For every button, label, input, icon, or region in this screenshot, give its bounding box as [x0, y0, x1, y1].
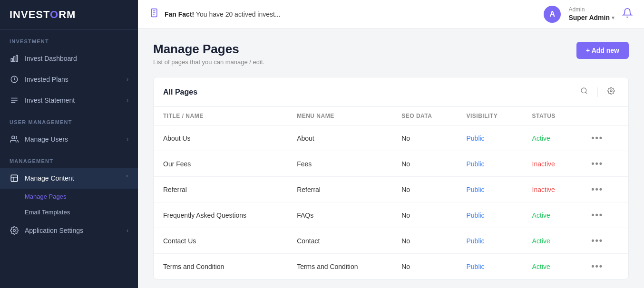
sidebar-item-invest-dashboard[interactable]: Invest Dashboard	[0, 48, 138, 69]
table-row: Frequently Asked Questions FAQs No Publi…	[154, 202, 628, 228]
manage-pages-label: Manage Pages	[25, 193, 66, 200]
cell-seo-data: No	[392, 228, 457, 254]
cell-title: Frequently Asked Questions	[154, 202, 287, 228]
svg-point-14	[581, 88, 586, 93]
more-actions-button[interactable]: •••	[587, 209, 607, 221]
more-actions-button[interactable]: •••	[587, 260, 607, 272]
users-icon	[10, 134, 19, 144]
sidebar: INVESTORM INVESTMENT Invest Dashboard In…	[0, 0, 138, 288]
sidebar-item-invested-plans[interactable]: Invested Plans ›	[0, 69, 138, 90]
statement-icon	[10, 96, 19, 105]
email-templates-label: Email Templates	[25, 209, 70, 216]
invested-plans-label: Invested Plans	[25, 76, 68, 83]
topbar: Fan Fact! You have 20 actived invest... …	[138, 0, 644, 29]
chevron-down-icon: ▾	[612, 14, 615, 21]
settings-button[interactable]	[604, 85, 619, 99]
table-row: Referral Referral No Public Inactive •••	[154, 177, 628, 202]
svg-point-7	[12, 136, 15, 139]
invest-statement-label: Invest Statement	[25, 96, 75, 104]
cell-visibility: Public	[457, 254, 522, 279]
avatar: A	[544, 6, 561, 23]
table-row: Terms and Condition Terms and Condition …	[154, 254, 628, 279]
cell-more-actions: •••	[578, 177, 628, 202]
sidebar-logo: INVESTORM	[0, 0, 138, 30]
cell-status: Inactive	[523, 177, 578, 202]
page-subtitle: List of pages that you can manage / edit…	[153, 58, 264, 66]
cell-more-actions: •••	[578, 228, 628, 254]
svg-point-16	[610, 90, 612, 92]
table-action-buttons	[576, 85, 619, 99]
page-header: Manage Pages List of pages that you can …	[153, 42, 629, 66]
col-seo-data: SEO Data	[392, 107, 457, 125]
user-info: Admin Super Admin ▾	[568, 6, 615, 22]
search-button[interactable]	[576, 85, 592, 99]
more-actions-button[interactable]: •••	[587, 235, 607, 247]
add-new-button[interactable]: + Add new	[576, 42, 629, 59]
chart-icon	[10, 54, 19, 63]
cell-status: Active	[523, 125, 578, 151]
sidebar-item-manage-users[interactable]: Manage Users ›	[0, 129, 138, 150]
chevron-down-icon: ˅	[126, 175, 128, 182]
sidebar-item-invest-statement[interactable]: Invest Statement ›	[0, 90, 138, 111]
sidebar-sub-item-manage-pages[interactable]: Manage Pages	[0, 189, 138, 204]
more-actions-button[interactable]: •••	[587, 158, 607, 170]
cell-status: Active	[523, 228, 578, 254]
fan-fact-label: Fan Fact!	[165, 10, 194, 18]
col-title: Title / Name	[154, 107, 287, 125]
content-icon	[10, 173, 19, 183]
settings-icon	[10, 226, 19, 235]
investment-section-label: INVESTMENT	[0, 30, 138, 48]
cell-more-actions: •••	[578, 125, 628, 151]
cell-title: Our Fees	[154, 151, 287, 177]
manage-users-label: Manage Users	[25, 135, 68, 143]
svg-rect-2	[16, 55, 18, 62]
page-title-block: Manage Pages List of pages that you can …	[153, 42, 264, 66]
page-content: Manage Pages List of pages that you can …	[138, 29, 644, 288]
sidebar-item-application-settings[interactable]: Application Settings ›	[0, 220, 138, 241]
notification-bell-icon[interactable]	[622, 8, 633, 20]
sidebar-sub-item-email-templates[interactable]: Email Templates	[0, 204, 138, 220]
invest-dashboard-label: Invest Dashboard	[25, 55, 77, 62]
cell-menu-name: Contact	[287, 228, 392, 254]
sidebar-item-manage-content[interactable]: Manage Content ˅	[0, 168, 138, 189]
cell-title: Terms and Condition	[154, 254, 287, 279]
logo-text: INVESTORM	[10, 9, 76, 21]
logo-highlight: O	[50, 9, 59, 20]
manage-content-label: Manage Content	[25, 174, 74, 182]
divider	[597, 87, 598, 97]
topbar-right: A Admin Super Admin ▾	[544, 6, 633, 23]
main-content: Fan Fact! You have 20 actived invest... …	[138, 0, 644, 288]
cell-title: Contact Us	[154, 228, 287, 254]
cell-visibility: Public	[457, 125, 522, 151]
table-card-header: All Pages	[154, 77, 628, 107]
more-actions-button[interactable]: •••	[587, 183, 607, 195]
svg-rect-8	[11, 175, 18, 182]
user-role: Admin	[568, 6, 615, 14]
chevron-right-icon: ›	[127, 136, 128, 143]
table-row: Contact Us Contact No Public Active •••	[154, 228, 628, 254]
cell-seo-data: No	[392, 254, 457, 279]
management-section-label: MANAGEMENT	[0, 150, 138, 168]
cell-seo-data: No	[392, 151, 457, 177]
cell-visibility: Public	[457, 151, 522, 177]
col-visibility: Visibility	[457, 107, 522, 125]
fan-fact-message: You have 20 actived invest...	[194, 10, 280, 18]
more-actions-button[interactable]: •••	[587, 132, 607, 144]
cell-visibility: Public	[457, 202, 522, 228]
col-status: Status	[523, 107, 578, 125]
cell-status: Active	[523, 254, 578, 279]
chevron-right-icon: ›	[127, 227, 128, 234]
user-management-section-label: USER MANAGEMENT	[0, 111, 138, 129]
cell-visibility: Public	[457, 177, 522, 202]
svg-line-15	[585, 92, 587, 94]
cell-menu-name: About	[287, 125, 392, 151]
fan-fact-icon	[149, 8, 159, 20]
cell-status: Active	[523, 202, 578, 228]
cell-title: About Us	[154, 125, 287, 151]
cell-menu-name: FAQs	[287, 202, 392, 228]
col-menu-name: Menu Name	[287, 107, 392, 125]
add-new-label: + Add new	[586, 47, 619, 54]
page-title: Manage Pages	[153, 42, 264, 57]
cell-more-actions: •••	[578, 151, 628, 177]
svg-rect-0	[11, 58, 12, 62]
